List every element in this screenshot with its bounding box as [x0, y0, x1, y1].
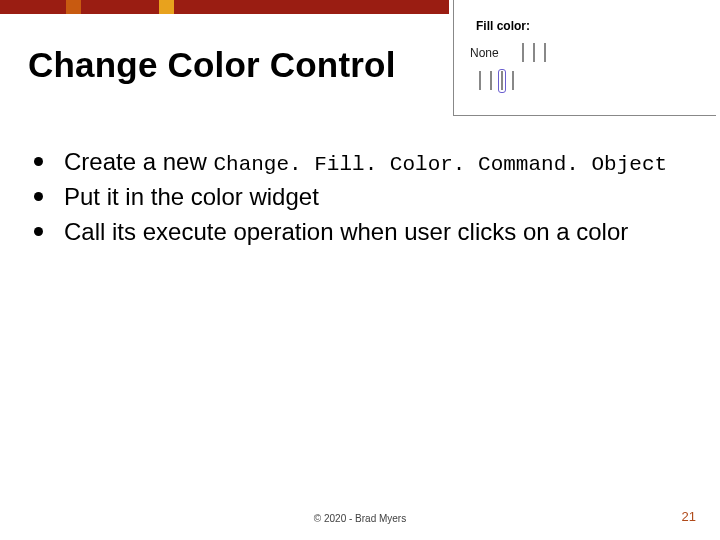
- swatch-green-fill: [512, 71, 514, 90]
- swatch-yellow-fill: [479, 71, 481, 90]
- swatch-gray-fill: [533, 43, 535, 62]
- footer-copyright: © 2020 - Brad Myers: [0, 513, 720, 524]
- accent-bar: [0, 0, 720, 14]
- bullet-text: Call its execute operation when user cli…: [64, 218, 628, 245]
- swatch-blue-fill: [501, 71, 503, 90]
- swatch-none-label[interactable]: None: [470, 46, 516, 60]
- bullet-text: Create a new: [64, 148, 213, 175]
- bullet-code: Change. Fill. Color. Command. Object: [213, 153, 667, 176]
- swatch-green[interactable]: [509, 69, 517, 93]
- bullet-list: Create a new Change. Fill. Color. Comman…: [30, 146, 682, 250]
- accent-bar-end: [449, 0, 720, 14]
- swatch-blue[interactable]: [498, 69, 506, 93]
- widget-divider-horizontal: [453, 115, 716, 116]
- accent-tick-yellow: [159, 0, 174, 14]
- slide: Fill color: None Change Color Control Cr…: [0, 0, 720, 540]
- swatch-row-1: None: [470, 41, 706, 65]
- bullet-item: Create a new Change. Fill. Color. Comman…: [30, 146, 682, 179]
- bullet-text: Put it in the color widget: [64, 183, 319, 210]
- swatch-black-fill: [544, 43, 546, 62]
- swatch-black[interactable]: [541, 41, 549, 65]
- accent-tick-orange: [66, 0, 81, 14]
- swatch-white-fill: [522, 43, 524, 62]
- swatch-red[interactable]: [487, 69, 495, 93]
- bullet-item: Call its execute operation when user cli…: [30, 216, 682, 248]
- bullet-item: Put it in the color widget: [30, 181, 682, 213]
- fill-color-widget: Fill color: None: [466, 14, 706, 97]
- swatch-row-2: [476, 69, 706, 93]
- swatch-white[interactable]: [519, 41, 527, 65]
- swatch-gray[interactable]: [530, 41, 538, 65]
- footer-page-number: 21: [682, 509, 696, 524]
- fill-color-label: Fill color:: [476, 19, 706, 33]
- swatch-yellow[interactable]: [476, 69, 484, 93]
- page-title: Change Color Control: [28, 45, 396, 85]
- swatch-red-fill: [490, 71, 492, 90]
- widget-divider-vertical: [453, 0, 454, 116]
